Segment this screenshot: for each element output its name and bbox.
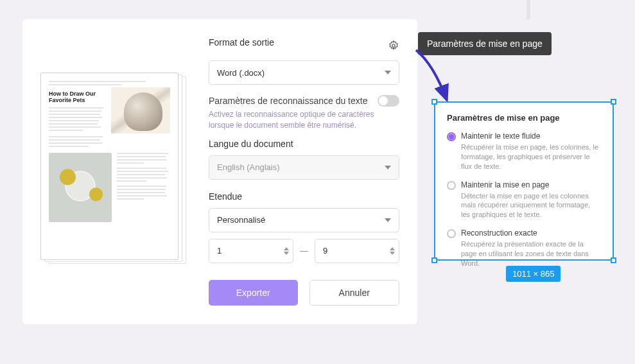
- gear-icon[interactable]: [388, 40, 399, 51]
- layout-panel-title: Paramètres de mise en page: [447, 113, 601, 123]
- range-from-input[interactable]: [217, 246, 284, 256]
- chevron-down-icon: [385, 166, 391, 169]
- range-dropdown[interactable]: Personnalisé: [209, 208, 399, 232]
- range-from-stepper[interactable]: [209, 239, 293, 263]
- ocr-toggle[interactable]: [378, 95, 399, 107]
- layout-option-flowing[interactable]: Maintenir le texte fluide Récupérer la m…: [447, 132, 601, 171]
- range-dropdown-value: Personnalisé: [217, 215, 265, 225]
- selection-handle[interactable]: [431, 257, 437, 263]
- radio-selected-icon: [447, 132, 456, 141]
- cancel-button[interactable]: Annuler: [309, 280, 400, 306]
- gear-tooltip: Paramètres de mise en page: [418, 32, 552, 55]
- layout-option-label: Maintenir la mise en page: [461, 180, 601, 189]
- document-preview: How to Draw Our Favorite Pets: [40, 73, 188, 306]
- stepper-down-icon[interactable]: [390, 252, 395, 255]
- range-to-stepper[interactable]: [315, 239, 399, 263]
- language-dropdown: English (Anglais): [209, 155, 399, 180]
- language-dropdown-value: English (Anglais): [217, 162, 280, 172]
- ocr-label: Paramètres de reconnaissance du texte: [209, 96, 367, 106]
- range-to-input[interactable]: [323, 246, 390, 256]
- radio-icon: [447, 229, 456, 238]
- format-dropdown-value: Word (.docx): [217, 68, 265, 78]
- chevron-down-icon: [385, 71, 391, 74]
- layout-option-maintain[interactable]: Maintenir la mise en page Détecter la mi…: [447, 180, 601, 220]
- ocr-description: Activez la reconnaissance optique de car…: [209, 109, 399, 131]
- export-dialog: How to Draw Our Favorite Pets: [22, 19, 417, 324]
- stepper-up-icon[interactable]: [390, 247, 395, 250]
- layout-option-label: Maintenir le texte fluide: [461, 132, 601, 141]
- svg-point-0: [392, 44, 396, 48]
- layout-option-desc: Récupérer la mise en page, les colonnes,…: [461, 143, 601, 171]
- stepper-up-icon[interactable]: [284, 247, 289, 250]
- selection-handle[interactable]: [431, 99, 437, 105]
- preview-heading: How to Draw Our Favorite Pets: [49, 91, 106, 104]
- layout-option-desc: Détecter la mise en page et les colonnes…: [461, 191, 601, 220]
- stepper-down-icon[interactable]: [284, 252, 289, 255]
- export-button[interactable]: Exporter: [209, 280, 298, 306]
- chevron-down-icon: [385, 218, 391, 222]
- selection-handle[interactable]: [611, 257, 616, 263]
- layout-option-desc: Récupérez la présentation exacte de la p…: [461, 239, 601, 268]
- language-section-label: Langue du document: [209, 139, 399, 149]
- format-dropdown[interactable]: Word (.docx): [209, 60, 399, 85]
- format-section-label: Format de sortie: [209, 37, 274, 48]
- range-section-label: Etendue: [209, 191, 399, 202]
- selection-handle[interactable]: [611, 99, 616, 105]
- dimensions-badge: 1011 × 865: [506, 266, 561, 282]
- radio-icon: [447, 181, 456, 190]
- layout-option-exact[interactable]: Reconstruction exacte Récupérez la prése…: [447, 229, 601, 268]
- layout-settings-panel: Paramètres de mise en page Maintenir le …: [434, 101, 614, 261]
- path-connector: [526, 0, 530, 19]
- layout-option-label: Reconstruction exacte: [461, 229, 601, 238]
- range-dash: —: [300, 246, 308, 256]
